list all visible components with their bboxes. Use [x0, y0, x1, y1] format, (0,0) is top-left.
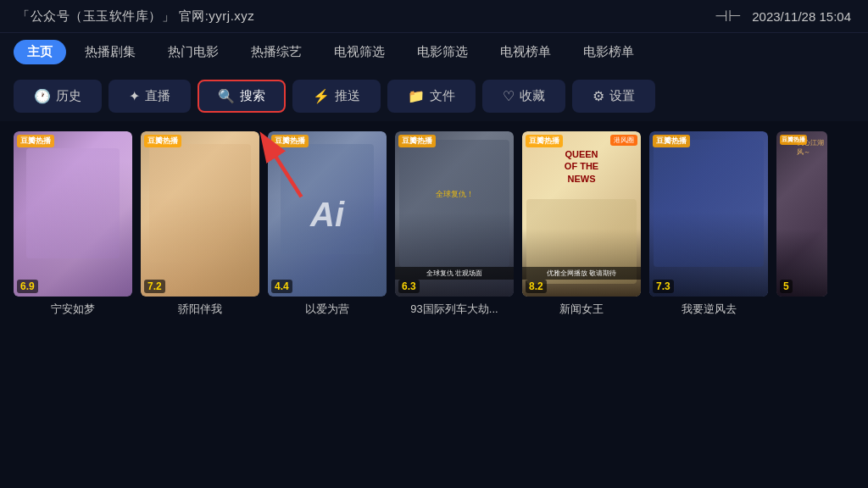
card-title: 新闻女王 — [522, 302, 641, 317]
card-extra-badge: 港风圈 — [610, 135, 637, 146]
history-button[interactable]: 🕐 历史 — [14, 80, 102, 113]
files-label: 文件 — [430, 88, 455, 104]
search-label: 搜索 — [240, 88, 265, 104]
card-score: 7.2 — [144, 280, 165, 293]
favorites-icon: ♡ — [503, 88, 515, 104]
card-bottom-label: 优雅全网播放 敬请期待 — [522, 267, 641, 280]
tab-tv-series[interactable]: 热播剧集 — [71, 40, 149, 64]
card-score: 5 — [780, 280, 793, 293]
tab-movie-rank[interactable]: 电影榜单 — [570, 40, 648, 64]
tab-movie-filter[interactable]: 电影筛选 — [403, 40, 481, 64]
card-title: 我要逆风去 — [649, 302, 768, 317]
card-partial[interactable]: 我心江湖风～ 豆瓣热播 5 — [776, 131, 827, 317]
card-badge: 豆瓣热播 — [271, 135, 309, 147]
brand-text: 「公众号（玉玉软件库）」 官网:yyrj.xyz — [17, 8, 254, 25]
settings-button[interactable]: ⚙ 设置 — [572, 80, 655, 113]
content-grid: 豆瓣热播 6.9 宁安如梦 豆瓣热播 7.2 骄阳伴我 — [14, 131, 854, 317]
search-icon: 🔍 — [218, 88, 235, 104]
header: 「公众号（玉玉软件库）」 官网:yyrj.xyz ⊣⊢ 2023/11/28 1… — [0, 0, 868, 33]
function-row: 🕐 历史 ✦ 直播 🔍 搜索 ⚡ 推送 📁 文件 ♡ 收藏 ⚙ 设置 — [0, 71, 868, 121]
card-title: 93国际列车大劫... — [395, 302, 514, 317]
card-title: 宁安如梦 — [14, 302, 132, 317]
card-badge: 豆瓣热播 — [526, 135, 563, 147]
card-nifeng[interactable]: 豆瓣热播 7.3 我要逆风去 — [649, 131, 768, 317]
tab-tv-filter[interactable]: 电视筛选 — [320, 40, 398, 64]
push-button[interactable]: ⚡ 推送 — [292, 80, 381, 113]
push-icon: ⚡ — [313, 88, 330, 104]
files-icon: 📁 — [408, 88, 425, 104]
tab-movies[interactable]: 热门电影 — [154, 40, 232, 64]
card-news-queen[interactable]: QUEENOF THENEWS 豆瓣热播 港风圈 8.2 优雅全网播放 敬请期待… — [522, 131, 641, 317]
card-badge: 豆瓣热播 — [17, 135, 54, 147]
datetime: 2023/11/28 15:04 — [752, 9, 851, 24]
search-button[interactable]: 🔍 搜索 — [198, 80, 286, 113]
settings-label: 设置 — [609, 88, 635, 104]
card-badge: 豆瓣热播 — [144, 135, 181, 147]
card-title: 骄阳伴我 — [141, 302, 259, 317]
settings-icon: ⚙ — [593, 88, 604, 104]
favorites-label: 收藏 — [520, 88, 545, 104]
tab-home[interactable]: 主页 — [14, 40, 66, 64]
card-badge: 豆瓣热播 — [398, 135, 436, 147]
tab-variety[interactable]: 热播综艺 — [237, 40, 315, 64]
card-score: 7.3 — [653, 280, 674, 293]
live-icon: ✦ — [129, 88, 140, 104]
card-score: 6.9 — [17, 280, 38, 293]
card-ningan-rumeng[interactable]: 豆瓣热播 6.9 宁安如梦 — [14, 131, 132, 317]
card-score: 8.2 — [526, 280, 547, 293]
history-label: 历史 — [56, 88, 81, 104]
fullscreen-icon[interactable]: ⊣⊢ — [715, 7, 742, 25]
files-button[interactable]: 📁 文件 — [387, 80, 476, 113]
push-label: 推送 — [335, 88, 360, 104]
card-score: 6.3 — [398, 280, 420, 293]
card-title: 以爱为营 — [268, 302, 387, 317]
content-area: 豆瓣热播 6.9 宁安如梦 豆瓣热播 7.2 骄阳伴我 — [0, 121, 868, 317]
live-button[interactable]: ✦ 直播 — [108, 80, 191, 113]
card-93-train[interactable]: 全球复仇！ 豆瓣热播 6.3 全球复仇 壮观场面 93国际列车大劫... — [395, 131, 514, 317]
history-icon: 🕐 — [34, 88, 51, 104]
card-badge: 豆瓣热播 — [653, 135, 690, 147]
nav-tabs: 主页 热播剧集 热门电影 热播综艺 电视筛选 电影筛选 电视榜单 电影榜单 — [0, 33, 868, 71]
live-label: 直播 — [145, 88, 170, 104]
tab-tv-rank[interactable]: 电视榜单 — [487, 40, 565, 64]
card-jiaoyang-banwo[interactable]: 豆瓣热播 7.2 骄阳伴我 — [141, 131, 259, 317]
card-yiai-weying[interactable]: Ai 豆瓣热播 4.4 以爱为营 — [268, 131, 387, 317]
card-score: 4.4 — [271, 280, 292, 293]
favorites-button[interactable]: ♡ 收藏 — [482, 80, 565, 113]
card-bottom-label: 全球复仇 壮观场面 — [395, 267, 514, 280]
card-badge: 豆瓣热播 — [780, 135, 807, 145]
